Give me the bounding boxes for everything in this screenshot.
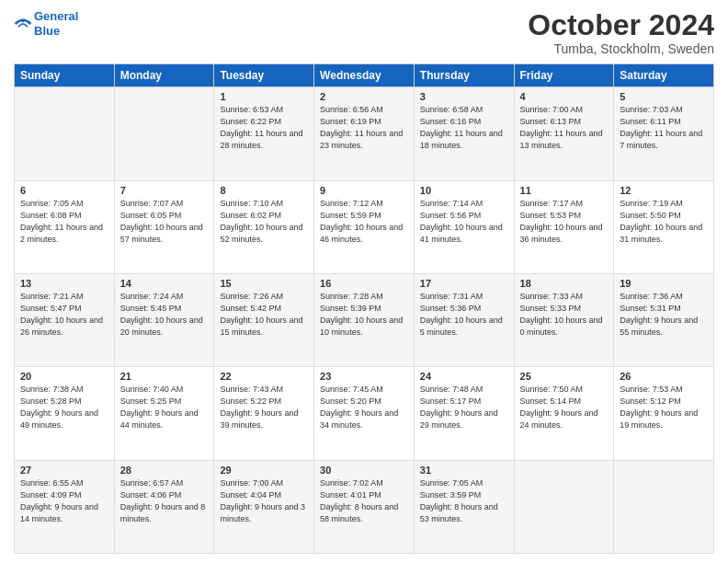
calendar-cell: 19Sunrise: 7:36 AMSunset: 5:31 PMDayligh… [614,273,714,366]
day-number: 18 [520,278,609,289]
calendar-cell: 21Sunrise: 7:40 AMSunset: 5:25 PMDayligh… [114,367,214,460]
day-number: 7 [120,185,209,196]
day-info: Sunrise: 7:45 AMSunset: 5:20 PMDaylight:… [320,384,408,431]
week-row-5: 27Sunrise: 6:55 AMSunset: 4:09 PMDayligh… [15,460,714,553]
day-info: Sunrise: 7:50 AMSunset: 5:14 PMDaylight:… [520,384,609,431]
day-info: Sunrise: 7:31 AMSunset: 5:36 PMDaylight:… [420,291,508,339]
day-info: Sunrise: 7:03 AMSunset: 6:11 PMDaylight:… [620,104,708,152]
day-info: Sunrise: 7:19 AMSunset: 5:50 PMDaylight:… [620,198,708,246]
day-number: 12 [620,185,708,196]
day-info: Sunrise: 6:57 AMSunset: 4:06 PMDaylight:… [120,477,209,525]
calendar-cell: 24Sunrise: 7:48 AMSunset: 5:17 PMDayligh… [414,367,514,460]
day-number: 6 [20,185,108,196]
page-title: October 2024 [528,9,714,41]
logo-line2: Blue [34,24,60,38]
day-number: 8 [220,185,308,196]
logo: General Blue [14,9,78,38]
calendar-cell: 9Sunrise: 7:12 AMSunset: 5:59 PMDaylight… [314,180,415,273]
day-info: Sunrise: 7:26 AMSunset: 5:42 PMDaylight:… [220,291,308,339]
svg-point-0 [21,19,24,22]
calendar-cell: 31Sunrise: 7:05 AMSunset: 3:59 PMDayligh… [414,460,514,553]
day-number: 22 [220,371,308,382]
calendar-cell: 16Sunrise: 7:28 AMSunset: 5:39 PMDayligh… [314,273,415,366]
day-info: Sunrise: 7:21 AMSunset: 5:47 PMDaylight:… [20,291,108,339]
day-info: Sunrise: 7:43 AMSunset: 5:22 PMDaylight:… [220,384,308,431]
day-info: Sunrise: 7:48 AMSunset: 5:17 PMDaylight:… [420,384,508,431]
day-number: 21 [120,371,209,382]
week-row-1: 1Sunrise: 6:53 AMSunset: 6:22 PMDaylight… [15,87,714,180]
calendar-cell: 11Sunrise: 7:17 AMSunset: 5:53 PMDayligh… [514,180,614,273]
day-number: 31 [420,465,508,476]
day-number: 30 [320,465,408,476]
day-info: Sunrise: 7:02 AMSunset: 4:01 PMDaylight:… [320,477,408,525]
day-number: 20 [20,371,108,382]
day-number: 19 [620,278,708,289]
day-number: 25 [520,371,609,382]
day-number: 2 [320,91,408,102]
calendar-cell: 2Sunrise: 6:56 AMSunset: 6:19 PMDaylight… [314,87,415,180]
day-info: Sunrise: 7:40 AMSunset: 5:25 PMDaylight:… [120,384,209,431]
calendar-cell: 20Sunrise: 7:38 AMSunset: 5:28 PMDayligh… [15,367,115,460]
day-info: Sunrise: 7:38 AMSunset: 5:28 PMDaylight:… [20,384,108,431]
day-info: Sunrise: 7:12 AMSunset: 5:59 PMDaylight:… [320,198,408,246]
day-info: Sunrise: 7:10 AMSunset: 6:02 PMDaylight:… [220,198,308,246]
day-info: Sunrise: 6:53 AMSunset: 6:22 PMDaylight:… [220,104,308,152]
calendar-cell: 6Sunrise: 7:05 AMSunset: 6:08 PMDaylight… [15,180,115,273]
day-number: 26 [620,371,708,382]
calendar-cell: 10Sunrise: 7:14 AMSunset: 5:56 PMDayligh… [414,180,514,273]
day-number: 5 [620,91,708,102]
calendar-cell: 1Sunrise: 6:53 AMSunset: 6:22 PMDaylight… [214,87,314,180]
calendar-cell: 28Sunrise: 6:57 AMSunset: 4:06 PMDayligh… [114,460,214,553]
page-subtitle: Tumba, Stockholm, Sweden [528,41,714,56]
col-saturday: Saturday [614,64,714,87]
day-number: 11 [520,185,609,196]
col-sunday: Sunday [15,64,115,87]
calendar-cell: 26Sunrise: 7:53 AMSunset: 5:12 PMDayligh… [614,367,714,460]
calendar-cell: 29Sunrise: 7:00 AMSunset: 4:04 PMDayligh… [214,460,314,553]
calendar-cell: 22Sunrise: 7:43 AMSunset: 5:22 PMDayligh… [214,367,314,460]
day-info: Sunrise: 6:56 AMSunset: 6:19 PMDaylight:… [320,104,408,152]
calendar-table: Sunday Monday Tuesday Wednesday Thursday… [14,63,714,554]
header: General Blue October 2024 Tumba, Stockho… [14,9,714,56]
calendar-cell: 14Sunrise: 7:24 AMSunset: 5:45 PMDayligh… [114,273,214,366]
col-friday: Friday [514,64,614,87]
calendar-cell [114,87,214,180]
day-info: Sunrise: 6:55 AMSunset: 4:09 PMDaylight:… [20,477,108,525]
week-row-3: 13Sunrise: 7:21 AMSunset: 5:47 PMDayligh… [15,273,714,366]
title-section: October 2024 Tumba, Stockholm, Sweden [528,9,714,56]
day-number: 23 [320,371,408,382]
calendar-cell: 3Sunrise: 6:58 AMSunset: 6:16 PMDaylight… [414,87,514,180]
calendar-cell: 13Sunrise: 7:21 AMSunset: 5:47 PMDayligh… [15,273,115,366]
day-number: 9 [320,185,408,196]
day-number: 29 [220,465,308,476]
calendar-cell: 4Sunrise: 7:00 AMSunset: 6:13 PMDaylight… [514,87,614,180]
calendar-cell [15,87,115,180]
header-row: Sunday Monday Tuesday Wednesday Thursday… [15,64,714,87]
day-number: 17 [420,278,508,289]
week-row-2: 6Sunrise: 7:05 AMSunset: 6:08 PMDaylight… [15,180,714,273]
day-number: 16 [320,278,408,289]
page: General Blue October 2024 Tumba, Stockho… [0,0,728,563]
day-info: Sunrise: 7:24 AMSunset: 5:45 PMDaylight:… [120,291,209,339]
calendar-cell: 23Sunrise: 7:45 AMSunset: 5:20 PMDayligh… [314,367,415,460]
day-info: Sunrise: 7:36 AMSunset: 5:31 PMDaylight:… [620,291,708,339]
day-number: 15 [220,278,308,289]
day-number: 14 [120,278,209,289]
calendar-cell: 18Sunrise: 7:33 AMSunset: 5:33 PMDayligh… [514,273,614,366]
calendar-cell: 8Sunrise: 7:10 AMSunset: 6:02 PMDaylight… [214,180,314,273]
calendar-cell: 17Sunrise: 7:31 AMSunset: 5:36 PMDayligh… [414,273,514,366]
col-monday: Monday [114,64,214,87]
calendar-cell: 27Sunrise: 6:55 AMSunset: 4:09 PMDayligh… [15,460,115,553]
day-info: Sunrise: 7:33 AMSunset: 5:33 PMDaylight:… [520,291,609,339]
day-number: 24 [420,371,508,382]
logo-icon [14,15,32,33]
day-info: Sunrise: 7:28 AMSunset: 5:39 PMDaylight:… [320,291,408,339]
day-number: 27 [20,465,108,476]
day-info: Sunrise: 7:05 AMSunset: 6:08 PMDaylight:… [20,198,108,246]
day-info: Sunrise: 7:14 AMSunset: 5:56 PMDaylight:… [420,198,508,246]
calendar-cell: 15Sunrise: 7:26 AMSunset: 5:42 PMDayligh… [214,273,314,366]
day-info: Sunrise: 7:17 AMSunset: 5:53 PMDaylight:… [520,198,609,246]
calendar-cell: 25Sunrise: 7:50 AMSunset: 5:14 PMDayligh… [514,367,614,460]
logo-line1: General [34,9,78,23]
day-info: Sunrise: 7:53 AMSunset: 5:12 PMDaylight:… [620,384,708,431]
